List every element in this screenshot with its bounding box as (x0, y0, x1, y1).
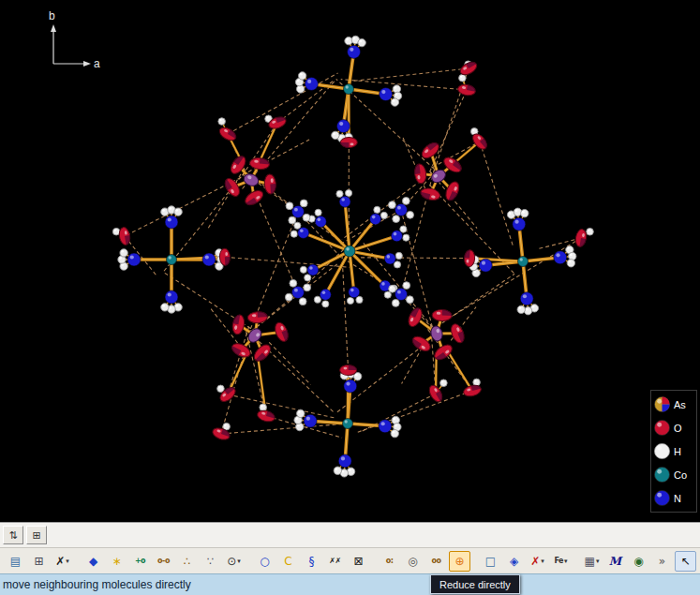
connect-atoms-icon-glyph: o-o (157, 558, 170, 565)
coordination-icon-glyph: ⊙ (227, 556, 236, 567)
toolbar-overflow-icon-glyph: » (659, 556, 665, 567)
bottom-toolbar: ▤⊞✗▾◆∗+oo-o∴∵⊙▾○C§✗✗⊠o:◎oo⊕□◈✗▾Fe▾▦▾M◉»↖… (0, 547, 700, 573)
legend-item-n: N (653, 486, 694, 510)
pattern-menu-icon[interactable]: ✗▾ (52, 551, 73, 572)
spiro-rings-icon[interactable]: oo (425, 551, 447, 572)
covalent-bonds (116, 40, 589, 473)
panel-layout-icon-glyph: ▤ (10, 556, 21, 567)
tooltip: Reduce directly (430, 574, 520, 594)
data-table-icon[interactable]: ⊞ (28, 551, 50, 572)
diamond-window: b a AsOHCoN ⇅⊞ ▤⊞✗▾◆∗+oo-o∴∵⊙▾○C§✗✗⊠o:◎o… (0, 0, 700, 595)
photorealistic-icon-glyph: ◉ (633, 556, 643, 567)
measure-icon-glyph: M (609, 556, 621, 567)
unit-cell-icon-glyph: □ (485, 556, 496, 567)
measure-icon[interactable]: M (604, 551, 626, 572)
legend-label: O (674, 423, 682, 434)
o-atom-icon (653, 419, 671, 437)
ring-search-icon-glyph: ○ (260, 556, 269, 567)
reduce-directly-icon-glyph: ⊕ (454, 556, 464, 567)
coordination-icon[interactable]: ⊙▾ (223, 551, 245, 572)
axis-a-label: a (94, 57, 100, 70)
grow-cluster-icon-glyph: ∵ (207, 556, 215, 567)
as-atom-icon (653, 395, 671, 413)
toolbar-overflow-icon[interactable]: » (651, 551, 673, 572)
complete-fragment-icon[interactable]: ∴ (176, 551, 198, 572)
remove-atoms-icon-glyph: ✗ (530, 556, 540, 567)
select-mode-icon-glyph: ↖ (680, 556, 690, 567)
legend-item-h: H (653, 439, 694, 463)
render-style-icon[interactable]: ▦▾ (581, 551, 603, 572)
co-atom-icon (653, 466, 671, 483)
element-filter-icon-glyph: Fe (554, 558, 563, 565)
orientation-axes: b a (49, 9, 100, 70)
legend-label: H (674, 446, 681, 457)
axis-b-label: b (49, 9, 55, 22)
dropdown-arrow-icon[interactable]: ▾ (564, 558, 568, 565)
arc-build-icon[interactable]: C (277, 551, 299, 572)
insert-atom-icon[interactable]: +o (129, 551, 151, 572)
legend-item-o: O (653, 416, 694, 439)
fragment-bonds-icon[interactable]: o: (379, 551, 400, 572)
chain-icon[interactable]: § (301, 551, 322, 572)
atom-legend: AsOHCoN (650, 390, 697, 513)
legend-label: N (674, 493, 681, 504)
insert-atom-icon-glyph: +o (135, 558, 145, 565)
dropdown-arrow-icon[interactable]: ▾ (596, 558, 600, 565)
element-filter-icon[interactable]: Fe▾ (550, 551, 572, 572)
packing-icon[interactable]: ✗✗ (324, 551, 346, 572)
tooltip-text: Reduce directly (439, 579, 511, 590)
spiro-rings-icon-glyph: oo (432, 558, 441, 565)
legend-item-as: As (653, 393, 694, 416)
dropdown-arrow-icon[interactable]: ▾ (541, 558, 544, 565)
legend-label: Co (674, 469, 687, 481)
pattern-menu-icon-glyph: ✗ (55, 556, 65, 567)
h-atom-icon (653, 442, 671, 460)
unit-cell-icon[interactable]: □ (480, 551, 501, 572)
status-text: move neighbouring molecules directly (3, 578, 191, 591)
select-mode-icon[interactable]: ↖ (675, 551, 696, 572)
cell-axes-icon[interactable]: ◈ (503, 551, 525, 572)
add-atoms-icon-glyph: ∗ (112, 556, 121, 567)
complete-fragment-icon-glyph: ∴ (184, 556, 191, 567)
panel-layout-icon[interactable]: ▤ (5, 551, 26, 572)
packing-alt-icon[interactable]: ⊠ (348, 551, 369, 572)
n-atom-icon (653, 489, 671, 507)
data-table-icon-glyph: ⊞ (34, 556, 43, 567)
connect-atoms-icon[interactable]: o-o (153, 551, 174, 572)
photorealistic-icon[interactable]: ◉ (628, 551, 649, 572)
add-atoms-icon[interactable]: ∗ (106, 551, 127, 572)
arc-build-icon-glyph: C (284, 556, 291, 567)
grow-cluster-icon[interactable]: ∵ (200, 551, 221, 572)
dropdown-arrow-icon[interactable]: ▾ (237, 558, 241, 565)
view-tabs-strip: ⇅⊞ (0, 522, 700, 547)
data-sheet-toggle[interactable]: ⊞ (26, 526, 47, 544)
render-style-icon-glyph: ▦ (585, 556, 595, 567)
legend-item-co: Co (653, 463, 694, 486)
packing-alt-icon-glyph: ⊠ (353, 556, 363, 567)
structure-view[interactable]: b a (0, 0, 700, 522)
reduce-directly-icon[interactable]: ⊕ (449, 551, 470, 572)
record-spinner[interactable]: ⇅ (3, 526, 23, 544)
ring-search-icon[interactable]: ○ (254, 551, 276, 572)
remove-atoms-icon[interactable]: ✗▾ (527, 551, 548, 572)
fragment-bonds-icon-glyph: o: (386, 558, 394, 565)
aromatic-ring-icon[interactable]: ◎ (402, 551, 424, 572)
packing-icon-glyph: ✗✗ (329, 558, 340, 565)
dropdown-arrow-icon[interactable]: ▾ (66, 558, 69, 565)
status-bar: move neighbouring molecules directly (0, 573, 700, 595)
polyhedra-icon[interactable]: ◆ (82, 551, 104, 572)
legend-label: As (674, 399, 686, 410)
aromatic-ring-icon-glyph: ◎ (408, 556, 417, 567)
chain-icon-glyph: § (309, 556, 315, 567)
cell-axes-icon-glyph: ◈ (510, 556, 518, 567)
polyhedra-icon-glyph: ◆ (89, 556, 97, 567)
